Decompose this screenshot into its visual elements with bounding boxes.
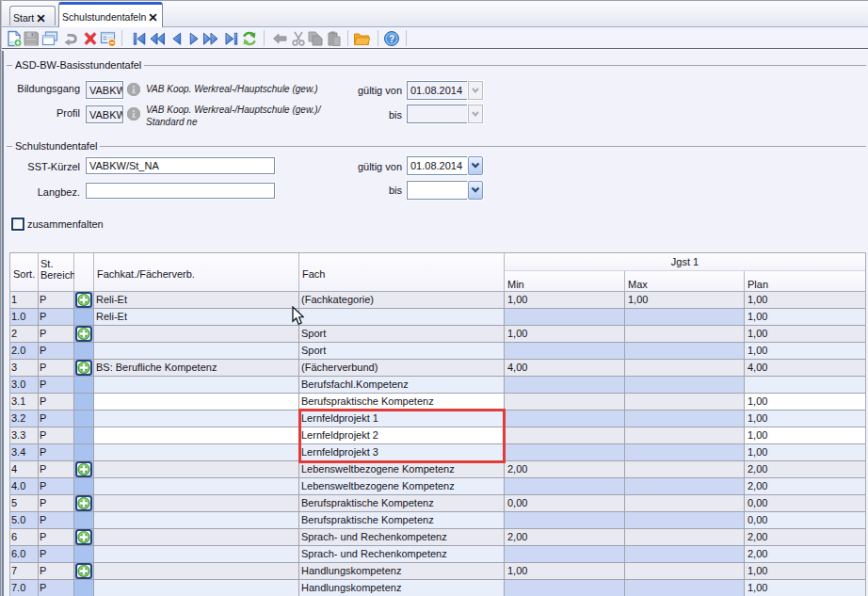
svg-text:?: ?	[389, 34, 394, 44]
